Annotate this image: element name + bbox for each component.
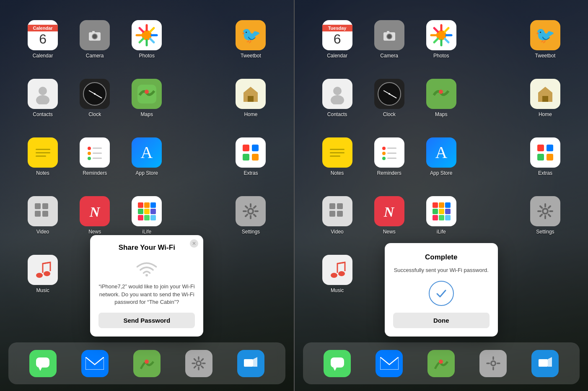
dialog-close-button[interactable]: ✕ — [190, 239, 198, 248]
app-appstore[interactable]: A App Store — [121, 134, 173, 193]
app-label-home-r: Home — [539, 111, 552, 117]
svg-point-9 — [145, 90, 149, 94]
app-reminders-r[interactable]: Reminders — [363, 134, 415, 193]
app-clock-r[interactable]: Clock — [363, 75, 415, 134]
svg-rect-56 — [244, 359, 253, 367]
dock-right — [303, 342, 580, 384]
app-settings-r[interactable]: Settings — [519, 193, 571, 251]
app-maps-r[interactable]: Maps — [415, 75, 467, 134]
svg-marker-114 — [548, 357, 552, 367]
app-label-clock: Clock — [88, 111, 101, 117]
dock-settings[interactable] — [185, 350, 212, 377]
svg-point-102 — [331, 273, 337, 278]
app-notes[interactable]: Notes — [17, 134, 69, 193]
svg-text:N: N — [383, 204, 395, 220]
svg-rect-14 — [36, 152, 50, 153]
svg-marker-48 — [39, 368, 42, 371]
app-maps[interactable]: Maps — [121, 75, 173, 134]
svg-rect-21 — [93, 158, 102, 159]
app-photos-r[interactable]: Photos — [415, 17, 467, 75]
svg-rect-79 — [387, 158, 396, 159]
app-label-maps: Maps — [141, 111, 153, 117]
app-extras-r[interactable]: Extras — [519, 134, 571, 193]
svg-rect-98 — [439, 215, 444, 220]
svg-rect-38 — [150, 209, 156, 214]
svg-rect-105 — [331, 357, 344, 368]
dock-mail[interactable] — [81, 350, 109, 377]
checkmark-circle — [429, 281, 454, 306]
app-label-contacts-r: Contacts — [327, 111, 347, 117]
svg-rect-77 — [387, 148, 396, 149]
app-label-clock-r: Clock — [383, 111, 396, 117]
svg-rect-41 — [150, 215, 156, 220]
svg-rect-34 — [144, 202, 150, 208]
svg-point-76 — [382, 157, 386, 160]
svg-rect-11 — [248, 96, 254, 102]
app-calendar[interactable]: Calendar 6 Calendar — [17, 17, 69, 75]
app-music[interactable]: Music — [17, 251, 69, 310]
app-label-home: Home — [244, 111, 257, 117]
svg-point-17 — [88, 152, 91, 155]
svg-rect-84 — [547, 154, 553, 161]
app-tweetbot-r[interactable]: 🐦 Tweetbot — [519, 17, 571, 75]
svg-point-16 — [88, 147, 91, 150]
dock-r-mail[interactable] — [376, 350, 403, 377]
svg-rect-47 — [36, 357, 49, 368]
app-notes-r[interactable]: Notes — [311, 134, 363, 193]
svg-rect-72 — [330, 152, 345, 153]
app-video[interactable]: Video — [17, 193, 69, 251]
svg-rect-83 — [537, 154, 544, 161]
app-reminders[interactable]: Reminders — [69, 134, 121, 193]
app-contacts-r[interactable]: Contacts — [311, 75, 363, 134]
dock-r-messages[interactable] — [324, 350, 351, 377]
svg-rect-35 — [150, 202, 156, 208]
app-video-r[interactable]: Video — [311, 193, 363, 251]
send-password-button[interactable]: Send Password — [98, 313, 195, 328]
app-label-notes-r: Notes — [331, 170, 344, 176]
dock-r-settings[interactable] — [479, 350, 507, 377]
app-label-camera-r: Camera — [380, 53, 398, 59]
app-contacts[interactable]: Contacts — [17, 75, 69, 134]
dock-maps[interactable] — [133, 350, 161, 377]
app-settings[interactable]: Settings — [225, 193, 277, 251]
svg-rect-24 — [252, 145, 259, 151]
checkmark-container — [393, 281, 490, 306]
svg-rect-13 — [36, 149, 50, 150]
app-camera[interactable]: Camera — [69, 17, 121, 75]
app-extras[interactable]: Extras — [225, 134, 277, 193]
svg-point-44 — [36, 273, 43, 278]
app-home-r[interactable]: Home — [519, 75, 571, 134]
done-button[interactable]: Done — [393, 313, 490, 328]
app-label-ilife-r: iLife — [437, 229, 446, 235]
dock-messages[interactable] — [29, 350, 57, 377]
app-camera-r[interactable]: Camera — [363, 17, 415, 75]
app-music-r[interactable]: Music — [311, 251, 363, 310]
svg-rect-85 — [329, 203, 335, 209]
svg-rect-30 — [42, 211, 48, 217]
svg-rect-28 — [42, 203, 48, 209]
app-photos[interactable]: Photos — [121, 17, 173, 75]
app-appstore-r[interactable]: A App Store — [415, 134, 467, 193]
left-screen: Calendar 6 Calendar Camera — [0, 0, 294, 391]
app-empty-r-r1c4 — [467, 17, 519, 75]
right-screen: Tuesday 6 Calendar Camera — [295, 0, 588, 391]
app-clock[interactable]: Clock — [69, 75, 121, 134]
svg-rect-62 — [387, 31, 389, 33]
svg-rect-26 — [252, 154, 259, 161]
app-calendar-r[interactable]: Tuesday 6 Calendar — [311, 17, 363, 75]
app-label-video: Video — [36, 229, 49, 235]
svg-marker-106 — [333, 368, 337, 371]
svg-text:A: A — [141, 143, 153, 162]
app-label-notes: Notes — [36, 170, 49, 176]
dock-r-video[interactable] — [531, 350, 559, 377]
complete-dialog-title: Complete — [393, 253, 490, 262]
dock-maps-2[interactable] — [237, 350, 264, 377]
app-tweetbot[interactable]: 🐦 Tweetbot — [225, 17, 277, 75]
dock-r-maps[interactable] — [427, 350, 455, 377]
svg-rect-93 — [445, 202, 451, 208]
svg-rect-29 — [35, 211, 41, 217]
app-label-extras-r: Extras — [538, 170, 552, 176]
svg-point-55 — [197, 362, 200, 365]
app-home[interactable]: Home — [225, 75, 277, 134]
dialog-title: Share Your Wi-Fi — [98, 243, 195, 252]
